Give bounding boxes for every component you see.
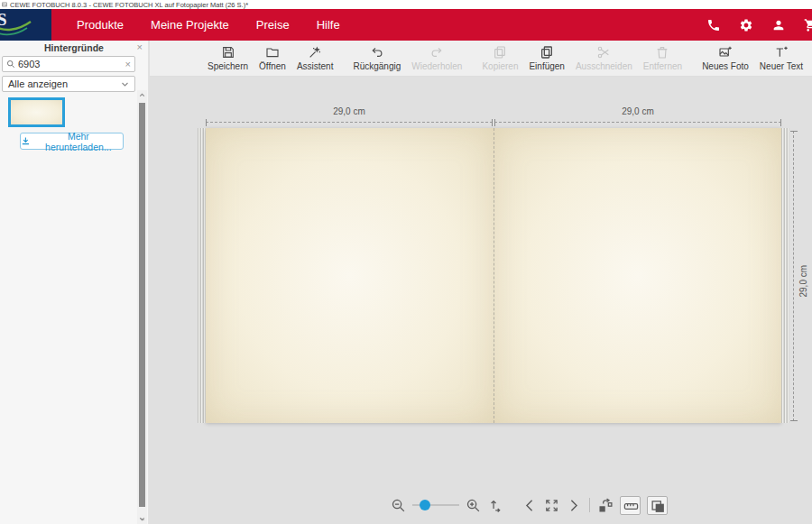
previous-page-icon[interactable] <box>522 498 538 513</box>
sidebar-scrollbar[interactable] <box>137 90 147 524</box>
panel-header: Hintergründe × <box>0 41 148 55</box>
view-separator <box>589 498 590 512</box>
menu-items: Produkte Meine Projekte Preise Hilfe <box>77 9 340 41</box>
pages-icon <box>651 499 664 512</box>
scroll-up-icon[interactable] <box>137 90 147 100</box>
app-icon <box>2 2 7 7</box>
new-text-button[interactable]: Neuer Text <box>754 45 808 71</box>
delete-label: Entfernen <box>643 61 682 71</box>
page-left[interactable] <box>206 128 494 423</box>
paste-icon <box>540 45 554 60</box>
open-button[interactable]: Öffnen <box>254 45 291 71</box>
menu-item-hilfe[interactable]: Hilfe <box>317 18 340 32</box>
redo-icon <box>429 45 444 60</box>
ruler-icon <box>623 499 637 512</box>
new-map-button[interactable]: Neue Landkarte <box>808 45 812 71</box>
page-stack-left-edge <box>198 128 206 423</box>
main-menubar: S Produkte Meine Projekte Preise Hilfe <box>0 9 812 41</box>
cut-label: Ausschneiden <box>576 61 632 71</box>
edit-toolbar: Speichern Öffnen Assistent Rückgängig Wi… <box>150 41 812 77</box>
scroll-down-icon[interactable] <box>137 514 147 524</box>
save-label: Speichern <box>208 61 248 71</box>
view-controls <box>391 494 668 516</box>
panel-close-icon[interactable]: × <box>137 42 143 52</box>
fullscreen-icon[interactable] <box>544 498 559 513</box>
undo-icon <box>370 45 384 60</box>
save-button[interactable]: Speichern <box>202 45 254 71</box>
background-thumbnail-selected[interactable] <box>8 97 65 127</box>
chevron-down-icon <box>121 80 129 88</box>
next-page-icon[interactable] <box>566 498 581 513</box>
window-title: CEWE FOTOBUCH 8.0.3 - CEWE FOTOBUCH XL a… <box>10 1 248 9</box>
page-stack-right-edge <box>781 128 789 423</box>
download-icon <box>21 136 31 146</box>
search-clear-icon[interactable]: × <box>125 60 131 69</box>
filter-value: Alle anzeigen <box>8 78 68 89</box>
scrollbar-thumb[interactable] <box>139 103 145 507</box>
window-titlebar: CEWE FOTOBUCH 8.0.3 - CEWE FOTOBUCH XL a… <box>0 0 812 9</box>
phone-icon[interactable] <box>706 18 721 32</box>
menu-item-preise[interactable]: Preise <box>256 18 290 32</box>
dimension-line-right <box>793 131 794 421</box>
backgrounds-panel: Hintergründe × × Alle anzeigen Mehr heru… <box>0 41 149 524</box>
zoom-slider-knob[interactable] <box>420 500 430 510</box>
download-more-label: Mehr herunterladen... <box>34 131 123 152</box>
book-spread <box>206 128 781 423</box>
copy-icon <box>493 45 507 60</box>
zoom-fit-icon[interactable] <box>487 498 503 513</box>
gear-icon[interactable] <box>739 18 753 32</box>
zoom-slider[interactable] <box>412 500 459 510</box>
new-text-icon <box>774 45 789 60</box>
menubar-icons <box>706 9 812 41</box>
zoom-in-icon[interactable] <box>466 498 481 513</box>
new-photo-button[interactable]: Neues Foto <box>697 45 754 71</box>
undo-label: Rückgängig <box>353 61 401 71</box>
scissors-icon <box>596 45 611 60</box>
paste-button[interactable]: Einfügen <box>523 45 569 71</box>
undo-button[interactable]: Rückgängig <box>347 45 406 71</box>
zoom-out-icon[interactable] <box>391 498 406 513</box>
panel-title: Hintergründe <box>44 42 104 53</box>
new-photo-label: Neues Foto <box>702 61 749 71</box>
redo-label: Wiederholen <box>411 61 462 71</box>
brand-logo[interactable]: S <box>0 9 51 41</box>
copy-button[interactable]: Kopieren <box>476 45 523 71</box>
background-filter-select[interactable]: Alle anzeigen <box>2 76 135 92</box>
background-search[interactable]: × <box>2 56 135 72</box>
page-sorter-icon[interactable] <box>598 498 614 513</box>
trash-icon <box>655 45 669 60</box>
menu-item-produkte[interactable]: Produkte <box>77 18 124 32</box>
copy-label: Kopieren <box>482 61 518 71</box>
center-fold-line <box>494 128 494 423</box>
dimension-top-left: 29,0 cm <box>206 106 493 116</box>
cart-icon[interactable] <box>804 18 812 32</box>
spread-view-toggle[interactable] <box>647 496 668 515</box>
open-label: Öffnen <box>259 61 286 71</box>
dimension-line-top-right <box>494 122 781 123</box>
cut-button[interactable]: Ausschneiden <box>570 45 638 71</box>
dimension-right: 29,0 cm <box>798 254 808 298</box>
assistant-label: Assistent <box>297 61 334 71</box>
assistant-button[interactable]: Assistent <box>291 45 339 71</box>
magic-wand-icon <box>308 45 322 60</box>
save-icon <box>221 45 235 60</box>
page-right[interactable] <box>494 128 781 423</box>
delete-button[interactable]: Entfernen <box>638 45 687 71</box>
dimension-top-right: 29,0 cm <box>494 106 781 116</box>
menu-item-meine-projekte[interactable]: Meine Projekte <box>151 18 229 32</box>
paste-label: Einfügen <box>529 61 564 71</box>
redo-button[interactable]: Wiederholen <box>406 45 467 71</box>
search-input[interactable] <box>15 59 125 69</box>
ruler-toggle[interactable] <box>620 496 641 515</box>
user-icon[interactable] <box>771 18 786 32</box>
brand-logo-swoosh-icon <box>0 20 36 40</box>
folder-icon <box>265 45 280 60</box>
new-photo-icon <box>718 45 733 60</box>
dimension-line-top-left <box>206 122 493 123</box>
new-text-label: Neuer Text <box>760 61 803 71</box>
search-icon <box>6 60 15 69</box>
download-more-button[interactable]: Mehr herunterladen... <box>20 133 124 150</box>
